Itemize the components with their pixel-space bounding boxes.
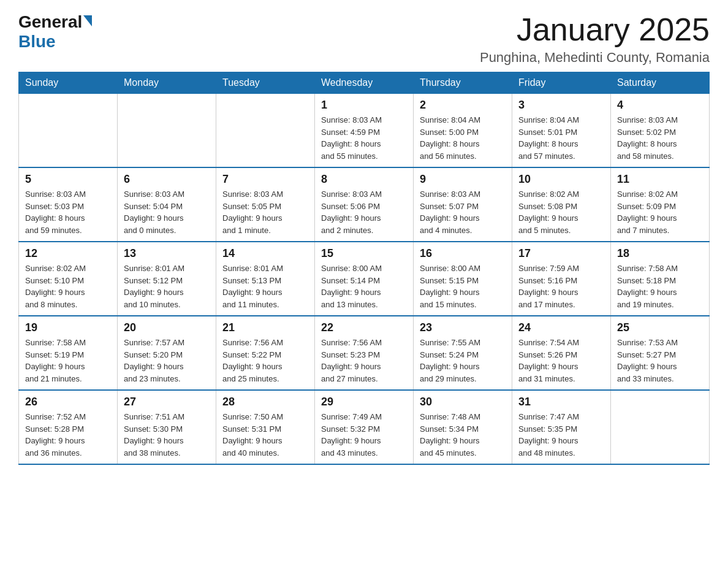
- day-number: 21: [222, 321, 308, 334]
- header-monday: Monday: [118, 72, 216, 94]
- day-info: Sunrise: 7:51 AMSunset: 5:30 PMDaylight:…: [124, 411, 210, 459]
- calendar-cell: 17Sunrise: 7:59 AMSunset: 5:16 PMDayligh…: [512, 242, 611, 316]
- day-number: 31: [518, 396, 604, 408]
- header-tuesday: Tuesday: [216, 72, 315, 94]
- calendar-cell: 13Sunrise: 8:01 AMSunset: 5:12 PMDayligh…: [118, 242, 216, 316]
- header-wednesday: Wednesday: [315, 72, 414, 94]
- day-info: Sunrise: 7:59 AMSunset: 5:16 PMDaylight:…: [518, 262, 604, 310]
- day-info: Sunrise: 8:02 AMSunset: 5:09 PMDaylight:…: [617, 188, 703, 236]
- calendar-week-row: 19Sunrise: 7:58 AMSunset: 5:19 PMDayligh…: [19, 316, 710, 390]
- calendar-cell: 20Sunrise: 7:57 AMSunset: 5:20 PMDayligh…: [118, 316, 216, 390]
- day-number: 24: [518, 321, 604, 334]
- calendar-cell: 30Sunrise: 7:48 AMSunset: 5:34 PMDayligh…: [414, 390, 512, 464]
- calendar-cell: 10Sunrise: 8:02 AMSunset: 5:08 PMDayligh…: [512, 167, 611, 242]
- day-info: Sunrise: 8:00 AMSunset: 5:14 PMDaylight:…: [321, 262, 407, 310]
- day-number: 30: [420, 396, 506, 408]
- day-number: 20: [124, 321, 210, 334]
- day-info: Sunrise: 7:48 AMSunset: 5:34 PMDaylight:…: [420, 411, 506, 459]
- day-info: Sunrise: 7:58 AMSunset: 5:18 PMDaylight:…: [617, 262, 703, 310]
- calendar-cell: [118, 94, 216, 168]
- day-number: 29: [321, 396, 407, 408]
- day-info: Sunrise: 8:02 AMSunset: 5:10 PMDaylight:…: [25, 262, 111, 310]
- day-info: Sunrise: 8:03 AMSunset: 5:04 PMDaylight:…: [124, 188, 210, 236]
- calendar-week-row: 12Sunrise: 8:02 AMSunset: 5:10 PMDayligh…: [19, 242, 710, 316]
- header-sunday: Sunday: [19, 72, 118, 94]
- day-info: Sunrise: 7:47 AMSunset: 5:35 PMDaylight:…: [518, 411, 604, 459]
- calendar-cell: 1Sunrise: 8:03 AMSunset: 4:59 PMDaylight…: [315, 94, 414, 168]
- day-number: 5: [25, 173, 111, 186]
- day-number: 11: [617, 173, 703, 186]
- day-number: 6: [124, 173, 210, 186]
- day-number: 25: [617, 321, 703, 334]
- day-number: 12: [25, 247, 111, 260]
- day-info: Sunrise: 8:04 AMSunset: 5:00 PMDaylight:…: [420, 114, 506, 162]
- calendar-cell: 16Sunrise: 8:00 AMSunset: 5:15 PMDayligh…: [414, 242, 512, 316]
- day-number: 10: [518, 173, 604, 186]
- day-number: 22: [321, 321, 407, 334]
- day-number: 8: [321, 173, 407, 186]
- calendar-cell: 25Sunrise: 7:53 AMSunset: 5:27 PMDayligh…: [611, 316, 710, 390]
- day-number: 2: [420, 99, 506, 112]
- calendar-cell: 23Sunrise: 7:55 AMSunset: 5:24 PMDayligh…: [414, 316, 512, 390]
- logo-general-text: General: [18, 12, 82, 32]
- calendar-cell: 18Sunrise: 7:58 AMSunset: 5:18 PMDayligh…: [611, 242, 710, 316]
- day-info: Sunrise: 7:56 AMSunset: 5:23 PMDaylight:…: [321, 337, 407, 385]
- day-info: Sunrise: 7:53 AMSunset: 5:27 PMDaylight:…: [617, 337, 703, 385]
- logo: General Blue: [18, 12, 93, 52]
- day-info: Sunrise: 7:55 AMSunset: 5:24 PMDaylight:…: [420, 337, 506, 385]
- calendar-cell: 8Sunrise: 8:03 AMSunset: 5:06 PMDaylight…: [315, 167, 414, 242]
- day-number: 13: [124, 247, 210, 260]
- day-number: 16: [420, 247, 506, 260]
- calendar-cell: [216, 94, 315, 168]
- day-number: 1: [321, 99, 407, 112]
- day-info: Sunrise: 7:49 AMSunset: 5:32 PMDaylight:…: [321, 411, 407, 459]
- calendar-cell: 6Sunrise: 8:03 AMSunset: 5:04 PMDaylight…: [118, 167, 216, 242]
- day-number: 27: [124, 396, 210, 408]
- header-saturday: Saturday: [611, 72, 710, 94]
- calendar-cell: 9Sunrise: 8:03 AMSunset: 5:07 PMDaylight…: [414, 167, 512, 242]
- calendar-cell: 2Sunrise: 8:04 AMSunset: 5:00 PMDaylight…: [414, 94, 512, 168]
- header-thursday: Thursday: [414, 72, 512, 94]
- day-info: Sunrise: 7:52 AMSunset: 5:28 PMDaylight:…: [25, 411, 111, 459]
- day-number: 15: [321, 247, 407, 260]
- day-number: 17: [518, 247, 604, 260]
- calendar-cell: 24Sunrise: 7:54 AMSunset: 5:26 PMDayligh…: [512, 316, 611, 390]
- calendar-cell: 12Sunrise: 8:02 AMSunset: 5:10 PMDayligh…: [19, 242, 118, 316]
- calendar-cell: 3Sunrise: 8:04 AMSunset: 5:01 PMDaylight…: [512, 94, 611, 168]
- calendar-cell: 11Sunrise: 8:02 AMSunset: 5:09 PMDayligh…: [611, 167, 710, 242]
- calendar-cell: 27Sunrise: 7:51 AMSunset: 5:30 PMDayligh…: [118, 390, 216, 464]
- calendar-cell: 15Sunrise: 8:00 AMSunset: 5:14 PMDayligh…: [315, 242, 414, 316]
- calendar-cell: 26Sunrise: 7:52 AMSunset: 5:28 PMDayligh…: [19, 390, 118, 464]
- day-info: Sunrise: 8:01 AMSunset: 5:12 PMDaylight:…: [124, 262, 210, 310]
- calendar-cell: 29Sunrise: 7:49 AMSunset: 5:32 PMDayligh…: [315, 390, 414, 464]
- calendar-subtitle: Punghina, Mehedinti County, Romania: [480, 50, 710, 66]
- calendar-week-row: 5Sunrise: 8:03 AMSunset: 5:03 PMDaylight…: [19, 167, 710, 242]
- day-info: Sunrise: 7:57 AMSunset: 5:20 PMDaylight:…: [124, 337, 210, 385]
- calendar-title: January 2025: [480, 12, 710, 47]
- calendar-week-row: 1Sunrise: 8:03 AMSunset: 4:59 PMDaylight…: [19, 94, 710, 168]
- calendar-cell: 31Sunrise: 7:47 AMSunset: 5:35 PMDayligh…: [512, 390, 611, 464]
- calendar-week-row: 26Sunrise: 7:52 AMSunset: 5:28 PMDayligh…: [19, 390, 710, 464]
- day-info: Sunrise: 8:03 AMSunset: 5:07 PMDaylight:…: [420, 188, 506, 236]
- calendar-table: Sunday Monday Tuesday Wednesday Thursday…: [18, 72, 710, 465]
- header-row: Sunday Monday Tuesday Wednesday Thursday…: [19, 72, 710, 94]
- day-info: Sunrise: 8:03 AMSunset: 5:05 PMDaylight:…: [222, 188, 308, 236]
- day-info: Sunrise: 7:54 AMSunset: 5:26 PMDaylight:…: [518, 337, 604, 385]
- logo-arrow-icon: [83, 15, 92, 26]
- calendar-cell: 7Sunrise: 8:03 AMSunset: 5:05 PMDaylight…: [216, 167, 315, 242]
- calendar-cell: [611, 390, 710, 464]
- calendar-cell: 19Sunrise: 7:58 AMSunset: 5:19 PMDayligh…: [19, 316, 118, 390]
- calendar-cell: 22Sunrise: 7:56 AMSunset: 5:23 PMDayligh…: [315, 316, 414, 390]
- day-number: 9: [420, 173, 506, 186]
- day-info: Sunrise: 8:01 AMSunset: 5:13 PMDaylight:…: [222, 262, 308, 310]
- day-number: 26: [25, 396, 111, 408]
- logo-blue-text: Blue: [18, 32, 56, 52]
- day-info: Sunrise: 8:04 AMSunset: 5:01 PMDaylight:…: [518, 114, 604, 162]
- day-info: Sunrise: 7:58 AMSunset: 5:19 PMDaylight:…: [25, 337, 111, 385]
- day-info: Sunrise: 8:03 AMSunset: 5:03 PMDaylight:…: [25, 188, 111, 236]
- calendar-cell: 14Sunrise: 8:01 AMSunset: 5:13 PMDayligh…: [216, 242, 315, 316]
- day-number: 4: [617, 99, 703, 112]
- day-number: 23: [420, 321, 506, 334]
- day-number: 7: [222, 173, 308, 186]
- day-number: 28: [222, 396, 308, 408]
